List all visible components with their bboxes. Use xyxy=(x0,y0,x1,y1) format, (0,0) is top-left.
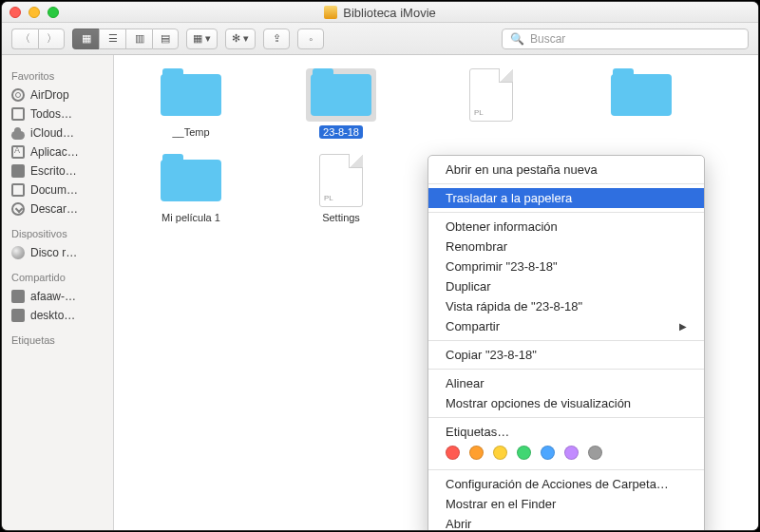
tag-color-dot[interactable] xyxy=(517,446,531,460)
sidebar-item-icon xyxy=(11,183,25,197)
context-menu-tag-colors xyxy=(428,442,704,466)
tag-color-dot[interactable] xyxy=(541,446,555,460)
context-menu[interactable]: Abrir en una pestaña nuevaTrasladar a la… xyxy=(428,155,705,530)
context-menu-item[interactable]: Abrir en una pestaña nueva xyxy=(428,160,704,180)
back-button[interactable]: 〈 xyxy=(11,28,38,49)
share-button[interactable]: ⇪ xyxy=(263,28,290,49)
library-icon xyxy=(324,6,337,19)
context-menu-separator xyxy=(428,369,704,370)
folder-icon xyxy=(306,68,376,122)
grid-item[interactable]: Mi película 1 xyxy=(125,154,256,224)
sidebar-item[interactable]: AirDrop xyxy=(2,86,113,104)
sidebar-item-label: AirDrop xyxy=(30,88,69,102)
context-menu-separator xyxy=(428,183,704,184)
sidebar-item[interactable]: iCloud… xyxy=(2,124,113,142)
sidebar-item[interactable]: Aplicac… xyxy=(2,142,113,162)
search-icon: 🔍 xyxy=(510,32,524,46)
context-menu-item[interactable]: Etiquetas… xyxy=(428,422,704,442)
context-menu-separator xyxy=(428,417,704,418)
view-gallery-button[interactable]: ▤ xyxy=(152,28,179,49)
grid-item-label: Mi película 1 xyxy=(158,211,224,224)
context-menu-item[interactable]: Mostrar en el Finder xyxy=(428,494,704,514)
toolbar: 〈 〉 ▦ ☰ ▥ ▤ ▦ ▾ ✻ ▾ ⇪ ◦ 🔍 Buscar xyxy=(2,23,758,55)
sidebar-item-icon xyxy=(11,290,25,303)
folder-icon xyxy=(156,68,226,122)
sidebar-item-icon xyxy=(11,164,25,178)
action-menu-button[interactable]: ✻ ▾ xyxy=(225,28,256,49)
folder-icon xyxy=(606,68,676,122)
sidebar-item-icon xyxy=(11,107,25,121)
grid-item-label xyxy=(487,125,495,127)
minimize-window-icon[interactable] xyxy=(28,7,40,18)
sidebar-item-label: Docum… xyxy=(30,183,78,197)
grid-item[interactable]: Settings xyxy=(276,154,407,224)
context-menu-item[interactable]: Compartir▶ xyxy=(428,316,704,336)
grid-item-label: Settings xyxy=(318,211,364,224)
zoom-window-icon[interactable] xyxy=(48,7,59,18)
sidebar-item-label: Disco r… xyxy=(30,246,77,259)
main-area: FavoritosAirDropTodos…iCloud…Aplicac…Esc… xyxy=(2,55,758,530)
sidebar-item-label: deskto… xyxy=(30,309,75,322)
sidebar-item[interactable]: afaaw-… xyxy=(2,287,113,306)
sidebar-item[interactable]: Todos… xyxy=(2,104,113,124)
sidebar-item[interactable]: Disco r… xyxy=(2,243,113,262)
sidebar-item-icon xyxy=(11,309,25,322)
grid-item-label: __Temp xyxy=(168,125,213,139)
arrange-menu-button[interactable]: ▦ ▾ xyxy=(186,28,218,49)
tag-color-dot[interactable] xyxy=(564,446,579,460)
sidebar-item-icon xyxy=(11,202,25,216)
sidebar-item-label: Escrito… xyxy=(30,164,77,178)
sidebar: FavoritosAirDropTodos…iCloud…Aplicac…Esc… xyxy=(2,55,114,530)
sidebar-item-label: iCloud… xyxy=(30,126,74,140)
forward-button[interactable]: 〉 xyxy=(38,28,65,49)
context-menu-item[interactable]: Trasladar a la papelera xyxy=(428,188,704,208)
tags-button[interactable]: ◦ xyxy=(297,28,324,49)
context-menu-item[interactable]: Vista rápida de "23-8-18" xyxy=(428,296,704,316)
close-window-icon[interactable] xyxy=(10,7,21,18)
grid-item[interactable]: __Temp xyxy=(125,68,256,139)
context-menu-item[interactable]: Mostrar opciones de visualización xyxy=(428,393,704,413)
finder-window: { "title": "Biblioteca iMovie", "search_… xyxy=(2,2,758,530)
sidebar-item[interactable]: Docum… xyxy=(2,180,113,200)
context-menu-item[interactable]: Configuración de Acciones de Carpeta… xyxy=(428,474,704,494)
tag-color-dot[interactable] xyxy=(588,446,602,460)
context-menu-item[interactable]: Comprimir "23-8-18" xyxy=(428,256,704,276)
window-title: Biblioteca iMovie xyxy=(2,2,758,23)
view-mode-switch: ▦ ☰ ▥ ▤ xyxy=(72,28,179,49)
context-menu-item[interactable]: Obtener información xyxy=(428,217,704,237)
sidebar-item-icon xyxy=(11,88,25,102)
grid-item[interactable]: 23-8-18 xyxy=(276,68,407,139)
context-menu-item[interactable]: Duplicar xyxy=(428,276,704,296)
tag-color-dot[interactable] xyxy=(493,446,507,460)
context-menu-item[interactable]: Renombrar xyxy=(428,237,704,256)
traffic-lights xyxy=(10,7,59,18)
context-menu-separator xyxy=(428,212,704,213)
context-menu-item[interactable]: Alinear xyxy=(428,373,704,393)
sidebar-item[interactable]: Escrito… xyxy=(2,162,113,180)
context-menu-separator xyxy=(428,469,704,470)
grid-item[interactable] xyxy=(576,68,707,139)
search-field[interactable]: 🔍 Buscar xyxy=(502,28,749,49)
sidebar-group-header: Etiquetas xyxy=(2,325,113,350)
sidebar-item-icon xyxy=(11,246,25,259)
grid-item-label xyxy=(637,125,645,127)
context-menu-item[interactable]: Copiar "23-8-18" xyxy=(428,345,704,365)
sidebar-item[interactable]: Descar… xyxy=(2,200,113,218)
sidebar-item-icon xyxy=(11,131,25,140)
nav-back-forward: 〈 〉 xyxy=(11,28,65,49)
grid-item[interactable] xyxy=(426,68,557,139)
sidebar-item-label: Descar… xyxy=(30,202,78,216)
view-list-button[interactable]: ☰ xyxy=(99,28,125,49)
titlebar: Biblioteca iMovie xyxy=(2,2,758,23)
grid-item-label: 23-8-18 xyxy=(319,125,363,139)
context-menu-item[interactable]: Abrir xyxy=(428,514,704,530)
file-icon xyxy=(306,154,376,207)
view-icons-button[interactable]: ▦ xyxy=(72,28,99,49)
sidebar-group-header: Favoritos xyxy=(2,61,113,86)
view-columns-button[interactable]: ▥ xyxy=(125,28,152,49)
tag-color-dot[interactable] xyxy=(446,446,460,460)
tag-color-dot[interactable] xyxy=(469,446,484,460)
sidebar-group-header: Dispositivos xyxy=(2,218,113,243)
sidebar-item[interactable]: deskto… xyxy=(2,306,113,325)
folder-icon xyxy=(156,154,226,207)
